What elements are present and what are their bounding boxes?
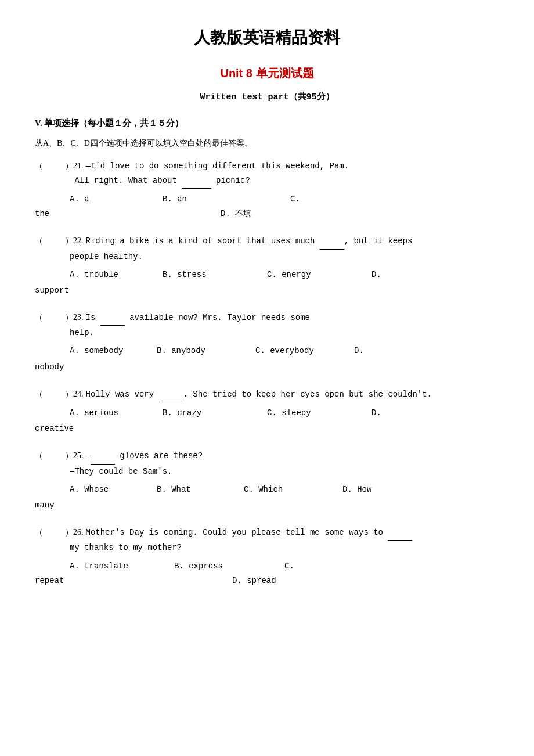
q21-blank-space — [45, 158, 63, 174]
q26-blank-space — [45, 524, 63, 540]
q21-opt-c: C. — [290, 192, 300, 207]
q25-opt-a: A. Whose — [70, 483, 145, 497]
q23-blank-space — [45, 309, 63, 325]
q25-blank-space — [45, 448, 63, 463]
subtitle: Unit 8 单元测试题 — [35, 63, 499, 84]
q23-paren-close: ）23. — [65, 310, 84, 325]
q26-text2: my thanks to my mother? — [35, 541, 499, 555]
q23-text2: help. — [35, 326, 499, 340]
q21-text2: —All right. What about picnic? — [35, 174, 499, 189]
q23-opt-a: A. somebody — [70, 344, 145, 358]
q21-paren-open: （ — [35, 159, 43, 173]
q24-blank-space — [45, 386, 63, 402]
q21-paren-close: ）21. — [65, 159, 84, 173]
q26-opt-b: B. express — [174, 559, 267, 574]
q26-opt-d: D. spread — [116, 574, 276, 588]
q22-opt-d: D. — [371, 268, 381, 282]
q22-opt-c: C. energy — [267, 268, 354, 282]
q25-text1: — gloves are these? — [86, 449, 203, 464]
q21-opt-a: A. a — [70, 192, 128, 207]
q22-opt-a: A. trouble — [70, 268, 145, 282]
q21-options: A. a B. an C. — [35, 192, 499, 207]
q22-paren-open: （ — [35, 233, 43, 248]
section-v-header: V. 单项选择（每小题１分，共１５分） — [35, 116, 499, 131]
q24-opt-a: A. serious — [70, 406, 145, 420]
q21-text1: —I'd love to do something different this… — [86, 159, 349, 174]
q25-opt-b: B. What — [157, 483, 232, 497]
q26-options: A. translate B. express C. — [35, 559, 499, 574]
q23-opt-c: C. everybody — [255, 344, 342, 358]
q22-blank-space — [45, 233, 63, 249]
q22-text2: people healthy. — [35, 250, 499, 264]
q24-text1: Holly was very . She tried to keep her e… — [86, 387, 432, 402]
question-21: （ ）21. —I'd love to do something differe… — [35, 158, 499, 222]
q25-options: A. Whose B. What C. Which D. How — [35, 483, 499, 497]
q22-opt-b: B. stress — [163, 268, 250, 282]
q25-many: many — [35, 497, 499, 513]
q24-opt-c: C. sleepy — [267, 406, 354, 420]
q26-repeat: repeat — [35, 574, 93, 588]
question-26: （ ）26. Mother's Day is coming. Could you… — [35, 524, 499, 588]
question-24: （ ）24. Holly was very . She tried to kee… — [35, 386, 499, 437]
q26-text1: Mother's Day is coming. Could you please… — [86, 525, 413, 541]
q24-options: A. serious B. crazy C. sleepy D. — [35, 406, 499, 420]
q21-opt-d: D. 不填 — [104, 207, 251, 221]
q23-text1: Is available now? Mrs. Taylor needs some — [86, 311, 311, 326]
q22-support: support — [35, 282, 499, 298]
q23-opt-d: D. — [354, 344, 364, 358]
q25-paren-close: ）25. — [65, 448, 84, 463]
main-title: 人教版英语精品资料 — [35, 23, 499, 52]
q21-options-row2: the D. 不填 — [35, 207, 499, 221]
q26-options-row2: repeat D. spread — [35, 574, 499, 588]
q22-text1: Riding a bike is a kind of sport that us… — [86, 234, 413, 249]
q23-opt-b: B. anybody — [157, 344, 244, 358]
q22-options: A. trouble B. stress C. energy D. — [35, 268, 499, 282]
q24-paren-close: ）24. — [65, 387, 84, 401]
q25-paren-open: （ — [35, 448, 43, 463]
question-23: （ ）23. Is available now? Mrs. Taylor nee… — [35, 309, 499, 375]
q23-options: A. somebody B. anybody C. everybody D. — [35, 344, 499, 358]
q22-paren-close: ）22. — [65, 233, 84, 248]
q26-opt-a: A. translate — [70, 559, 157, 574]
q21-the: the — [35, 207, 70, 221]
q21-opt-b: B. an — [163, 192, 255, 207]
q23-nobody: nobody — [35, 359, 499, 375]
q25-opt-d: D. How — [342, 483, 371, 497]
written-test: Written test part（共95分） — [35, 89, 499, 105]
q26-paren-close: ）26. — [65, 525, 84, 539]
q24-opt-b: B. crazy — [163, 406, 250, 420]
q26-paren-open: （ — [35, 525, 43, 539]
section-v-instruction: 从A、B、C、D四个选项中选择可以填入空白处的最佳答案。 — [35, 136, 499, 150]
q25-text2: —They could be Sam's. — [35, 465, 499, 479]
q23-paren-open: （ — [35, 310, 43, 325]
q24-creative: creative — [35, 420, 499, 436]
q24-paren-open: （ — [35, 387, 43, 401]
question-25: （ ）25. — gloves are these? —They could b… — [35, 448, 499, 513]
q26-opt-c: C. — [284, 559, 294, 574]
q24-opt-d: D. — [371, 406, 381, 420]
question-22: （ ）22. Riding a bike is a kind of sport … — [35, 233, 499, 298]
q25-opt-c: C. Which — [244, 483, 331, 497]
